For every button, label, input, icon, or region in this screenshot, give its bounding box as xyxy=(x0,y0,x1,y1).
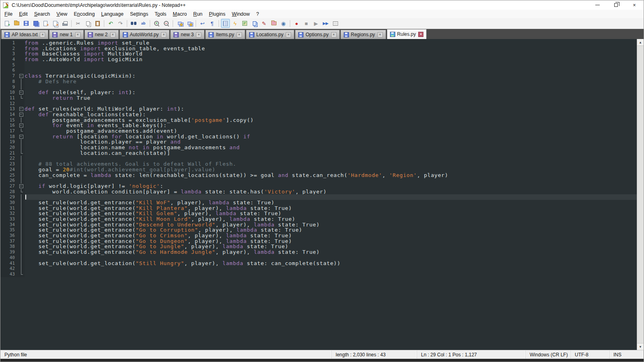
restore-button[interactable] xyxy=(607,0,625,10)
status-eol-format[interactable]: Windows (CR LF) xyxy=(526,350,571,359)
fold-margin xyxy=(18,51,25,57)
tab-new-1[interactable]: new 1× xyxy=(49,30,83,39)
fold-collapse-icon[interactable] xyxy=(18,106,25,112)
tab-ap-ideas-txt[interactable]: AP Ideas.txt× xyxy=(1,30,48,39)
tab-new-2[interactable]: new 2× xyxy=(85,30,119,39)
menu-encoding[interactable]: Encoding xyxy=(70,10,98,18)
tab-close-icon[interactable]: × xyxy=(75,32,80,37)
menu-run[interactable]: Run xyxy=(190,10,206,18)
sync-vertical-icon[interactable] xyxy=(175,19,184,28)
paste-icon[interactable] xyxy=(93,19,102,28)
new-file-icon[interactable]: + xyxy=(2,19,11,28)
indent-guide-icon[interactable] xyxy=(221,19,230,28)
status-encoding[interactable]: UTF-8 xyxy=(571,350,609,359)
tab-new-3[interactable]: new 3× xyxy=(170,30,204,39)
sync-horizontal-icon[interactable] xyxy=(185,19,194,28)
document-map-icon[interactable] xyxy=(240,19,249,28)
fold-collapse-icon[interactable] xyxy=(18,183,25,189)
restore-icon xyxy=(614,3,618,7)
tab-close-icon[interactable]: × xyxy=(237,32,242,37)
function-list-icon[interactable]: ϟ xyxy=(231,19,239,28)
tab-items-py[interactable]: Items.py× xyxy=(205,30,245,39)
tab-options-py[interactable]: Options.py× xyxy=(295,30,339,39)
find-icon[interactable] xyxy=(129,19,138,28)
menu-search[interactable]: Search xyxy=(31,10,54,18)
macro-play-icon[interactable]: ▶ xyxy=(312,19,320,28)
tab-label: Rules.py xyxy=(397,31,416,37)
menu-macro[interactable]: Macro xyxy=(169,10,190,18)
code-text: can_complete = lambda state: len(reachab… xyxy=(25,173,448,178)
vertical-scrollbar[interactable]: ▲ ▼ xyxy=(637,39,644,350)
close-all-icon[interactable]: × xyxy=(51,19,60,28)
macro-record-icon[interactable]: ● xyxy=(292,19,301,28)
toolbar: +××✂↶↷ab+−↩¶ϟ✎◉●■▶▶▶ xyxy=(0,18,644,29)
tab-close-icon[interactable]: × xyxy=(110,32,116,37)
code-editor[interactable]: 1from ..generic.Rules import set_rule2fr… xyxy=(0,39,637,350)
pen-document-icon[interactable]: ✎ xyxy=(260,19,268,28)
minimize-button[interactable] xyxy=(588,0,607,10)
notepad-plus-plus-window: C:\Users\Dood\Documents\tmp\Archipelago\… xyxy=(0,0,644,362)
fold-collapse-icon[interactable] xyxy=(18,90,25,95)
tab-rules-py[interactable]: Rules.py× xyxy=(387,29,427,39)
menu-plugins[interactable]: Plugins xyxy=(206,10,229,18)
menu-file[interactable]: File xyxy=(1,10,16,18)
folder-as-workspace-icon[interactable] xyxy=(269,19,278,28)
fold-collapse-icon[interactable] xyxy=(18,112,25,117)
macro-run-multiple-icon[interactable]: ▶▶ xyxy=(321,19,330,28)
open-file-icon[interactable] xyxy=(12,19,21,28)
print-icon[interactable] xyxy=(60,19,69,28)
tab-close-icon[interactable]: × xyxy=(331,32,336,37)
macro-stop-icon[interactable]: ■ xyxy=(302,19,311,28)
redo-icon[interactable]: ↷ xyxy=(116,19,125,28)
save-file-icon[interactable] xyxy=(22,19,31,28)
fold-collapse-icon[interactable] xyxy=(18,73,25,79)
close-file-icon[interactable]: × xyxy=(41,19,50,28)
tab-close-icon[interactable]: × xyxy=(40,32,45,37)
undo-icon[interactable]: ↶ xyxy=(106,19,115,28)
tab-close-icon[interactable]: × xyxy=(196,32,201,37)
close-button[interactable]: × xyxy=(625,0,644,10)
tab-close-icon[interactable]: × xyxy=(286,32,291,37)
fold-margin xyxy=(18,145,25,150)
line-number: 35 xyxy=(0,227,18,233)
menu-help[interactable]: ? xyxy=(253,10,262,18)
document-monitor-icon[interactable]: ◉ xyxy=(279,19,288,28)
tab-close-icon[interactable]: × xyxy=(418,32,423,37)
menu-settings[interactable]: Settings xyxy=(127,10,151,18)
menu-edit[interactable]: Edit xyxy=(16,10,31,18)
menu-view[interactable]: View xyxy=(53,10,70,18)
tab-autoworld-py[interactable]: AutoWorld.py× xyxy=(120,30,170,39)
fold-collapse-icon[interactable] xyxy=(18,123,25,128)
status-typing-mode[interactable]: INS xyxy=(609,350,644,359)
menu-window[interactable]: Window xyxy=(229,10,253,18)
word-wrap-icon[interactable]: ↩ xyxy=(198,19,207,28)
code-line: 38 set_rule(world.get_entrance("Go to Ju… xyxy=(0,244,637,249)
tab-close-icon[interactable]: × xyxy=(161,32,166,37)
replace-icon[interactable]: ab xyxy=(139,19,148,28)
cut-icon[interactable]: ✂ xyxy=(74,19,83,28)
line-number: 13 xyxy=(0,106,18,112)
menu-language[interactable]: Language xyxy=(98,10,127,18)
document-list-icon[interactable] xyxy=(250,19,259,28)
line-number: 4 xyxy=(0,57,18,62)
show-all-characters-icon[interactable]: ¶ xyxy=(208,19,217,28)
copy-icon[interactable] xyxy=(83,19,92,28)
scroll-down-button[interactable]: ▼ xyxy=(637,343,644,350)
zoom-in-icon[interactable]: + xyxy=(152,19,161,28)
macro-save-icon[interactable] xyxy=(331,19,340,28)
menu-tools[interactable]: Tools xyxy=(151,10,169,18)
line-number: 20 xyxy=(0,145,18,150)
menu-bar: FileEditSearchViewEncodingLanguageSettin… xyxy=(0,10,644,18)
tab-close-icon[interactable]: × xyxy=(378,32,383,37)
scroll-up-button[interactable]: ▲ xyxy=(637,39,644,45)
fold-collapse-icon[interactable] xyxy=(18,134,25,140)
save-all-icon[interactable] xyxy=(31,19,40,28)
tab-regions-py[interactable]: Regions.py× xyxy=(341,30,386,39)
zoom-out-icon[interactable]: − xyxy=(162,19,171,28)
scrollbar-thumb[interactable] xyxy=(637,45,644,343)
tab-locations-py[interactable]: Locations.py× xyxy=(246,30,294,39)
status-cursor-position[interactable]: Ln : 29 Col : 1 Pos : 1,127 xyxy=(417,350,526,359)
code-line: 40 xyxy=(0,255,637,261)
close-file-icon-badge: × xyxy=(47,23,49,27)
tab-label: new 1 xyxy=(60,32,72,37)
